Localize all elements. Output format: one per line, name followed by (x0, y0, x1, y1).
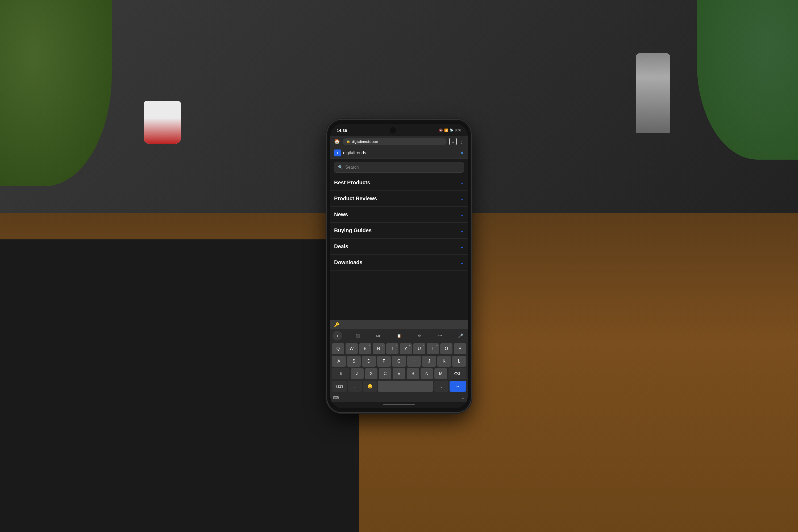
search-bar[interactable]: 🔍 Search (334, 162, 464, 173)
key-c[interactable]: C (379, 368, 391, 379)
nav-item-label: Buying Guides (334, 227, 372, 233)
key-r[interactable]: R4 (373, 343, 385, 354)
chevron-down-icon: ⌄ (460, 244, 464, 249)
browser-address-bar[interactable]: 🔒 digitaltrends.com (343, 138, 446, 145)
lock-icon: 🔒 (346, 140, 350, 144)
key-x[interactable]: X (365, 368, 377, 379)
key-n[interactable]: N (421, 368, 433, 379)
signal-icon: 📡 (450, 129, 454, 132)
symbols-key[interactable]: ?123 (332, 381, 347, 392)
phone-device: 14:36 🔇 📶 📡 83% 🏠 🔒 digitaltrends.com 1 (327, 120, 471, 412)
chevron-down-icon: ⌄ (460, 260, 464, 265)
nav-item-label: Best Products (334, 179, 370, 186)
status-bar: 14:36 🔇 📶 📡 83% (330, 124, 468, 136)
key-f[interactable]: F (377, 356, 391, 367)
chevron-down-icon: ⌄ (460, 196, 464, 202)
camera-notch (390, 127, 396, 134)
comma-key[interactable]: , (348, 381, 362, 392)
key-i[interactable]: I8 (427, 343, 439, 354)
key-o[interactable]: O9 (440, 343, 453, 354)
brand-name: digitaltrends (343, 151, 366, 155)
keyboard-rows: Q W2 E3 R4 T5 Y6 U7 I8 O9 P A S (330, 342, 468, 394)
keyboard-collapse-icon[interactable]: ⌄ (461, 396, 465, 400)
period-key[interactable]: . (434, 381, 448, 392)
key-q[interactable]: Q (332, 343, 344, 354)
menu-close-button[interactable]: ✕ (460, 150, 464, 156)
keyboard-settings-button[interactable]: ⚙ (415, 331, 424, 341)
nav-content: 🔍 Search Best Products ⌄ Product Reviews… (330, 159, 468, 320)
chevron-down-icon: ⌄ (460, 212, 464, 217)
keyboard-back-button[interactable]: ‹ (332, 331, 342, 341)
battery-level: 83% (455, 129, 461, 132)
key-j[interactable]: J (422, 356, 436, 367)
nav-item-buying-guides[interactable]: Buying Guides ⌄ (330, 223, 468, 239)
shift-key[interactable]: ⇧ (332, 368, 349, 379)
phone-screen: 14:36 🔇 📶 📡 83% 🏠 🔒 digitaltrends.com 1 (330, 124, 468, 408)
key-y[interactable]: Y6 (400, 343, 412, 354)
keyboard-row-2: A S D F G H J K L (332, 356, 466, 367)
nav-item-deals[interactable]: Deals ⌄ (330, 239, 468, 254)
status-icons: 🔇 📶 📡 83% (439, 129, 461, 132)
phone-wrapper: 14:36 🔇 📶 📡 83% 🏠 🔒 digitaltrends.com 1 (327, 120, 471, 412)
key-k[interactable]: K (437, 356, 451, 367)
nav-item-news[interactable]: News ⌄ (330, 207, 468, 223)
nav-item-product-reviews[interactable]: Product Reviews ⌄ (330, 191, 468, 207)
key-g[interactable]: G (392, 356, 406, 367)
space-key[interactable] (378, 381, 433, 392)
key-p[interactable]: P (454, 343, 466, 354)
keyboard-mic-button[interactable]: 🎤 (456, 331, 466, 341)
browser-home-button[interactable]: 🏠 (334, 138, 340, 145)
keyboard-action-row: ‹ ⬛ GIF 📋 ⚙ ••• 🎤 (330, 329, 468, 342)
key-z[interactable]: Z (351, 368, 363, 379)
key-u[interactable]: U7 (413, 343, 425, 354)
browser-bar: 🏠 🔒 digitaltrends.com 1 ⋮ (330, 136, 468, 147)
key-m[interactable]: M (434, 368, 447, 379)
keyboard-toolbar: 🔑 (330, 320, 468, 329)
bg-grinder (636, 53, 670, 133)
menu-bar: + digitaltrends ✕ (330, 147, 468, 159)
status-time: 14:36 (337, 128, 347, 133)
browser-menu-button[interactable]: ⋮ (459, 138, 464, 145)
keyboard-area: 🔑 ‹ ⬛ GIF 📋 ⚙ ••• 🎤 Q W2 (330, 320, 468, 402)
key-s[interactable]: S (347, 356, 361, 367)
brand-icon: + (334, 150, 341, 156)
home-indicator (330, 402, 468, 408)
wifi-icon: 📶 (444, 129, 448, 132)
browser-tab-button[interactable]: 1 (449, 138, 457, 145)
keyboard-more-button[interactable]: ••• (435, 331, 445, 341)
keyboard-row-bottom: ?123 , 😊 . → (332, 381, 466, 392)
keyboard-expand-row: ⌨ ⌄ (330, 394, 468, 402)
volume-icon: 🔇 (439, 129, 443, 132)
keyboard-icon: ⌨ (333, 396, 339, 400)
nav-item-label: Deals (334, 243, 348, 249)
backspace-key[interactable]: ⌫ (449, 368, 466, 379)
bg-dark-mat (0, 240, 359, 532)
key-w[interactable]: W2 (345, 343, 358, 354)
key-icon: 🔑 (334, 322, 339, 327)
nav-item-label: News (334, 211, 348, 217)
search-placeholder: Search (345, 165, 359, 170)
key-t[interactable]: T5 (386, 343, 398, 354)
chevron-down-icon: ⌄ (460, 228, 464, 233)
key-d[interactable]: D (362, 356, 376, 367)
key-v[interactable]: V (393, 368, 405, 379)
send-key[interactable]: → (450, 381, 466, 392)
nav-item-downloads[interactable]: Downloads ⌄ (330, 254, 468, 270)
key-e[interactable]: E3 (359, 343, 371, 354)
key-h[interactable]: H (407, 356, 421, 367)
keyboard-gif-button[interactable]: GIF (374, 331, 383, 341)
keyboard-row-3: ⇧ Z X C V B N M ⌫ (332, 368, 466, 379)
search-icon: 🔍 (338, 165, 343, 170)
key-l[interactable]: L (452, 356, 466, 367)
nav-item-label: Product Reviews (334, 195, 377, 202)
emoji-key[interactable]: 😊 (363, 381, 377, 392)
keyboard-sticker-button[interactable]: ⬛ (353, 331, 363, 341)
nav-item-label: Downloads (334, 259, 363, 265)
tab-count: 1 (452, 140, 454, 143)
key-a[interactable]: A (332, 356, 346, 367)
chevron-down-icon: ⌄ (460, 180, 464, 186)
search-wrapper: 🔍 Search (330, 159, 468, 175)
keyboard-clipboard-button[interactable]: 📋 (394, 331, 404, 341)
nav-item-best-products[interactable]: Best Products ⌄ (330, 175, 468, 191)
key-b[interactable]: B (407, 368, 419, 379)
